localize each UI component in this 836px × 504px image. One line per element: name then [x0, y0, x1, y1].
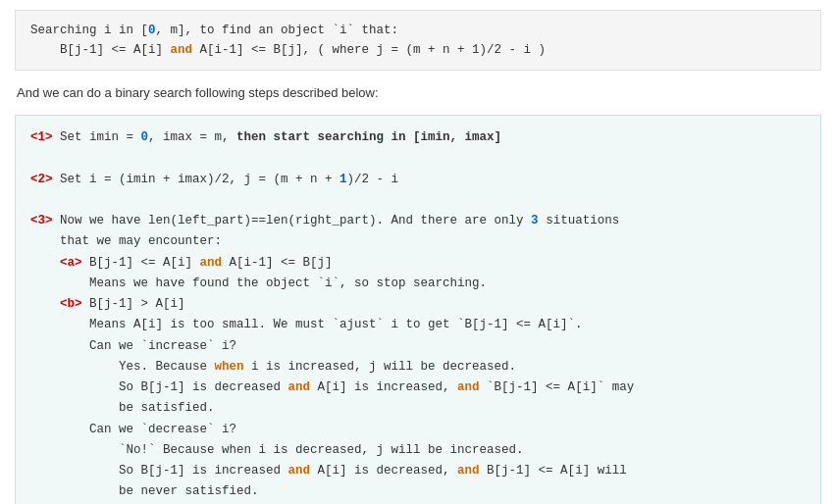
steps-block: <1> Set imin = 0, imax = m, then start s… [15, 115, 821, 504]
step3b-so2: So B[j-1] is increased and A[i] is decre… [30, 464, 627, 478]
step3a-means: Means we have found the object `i`, so s… [30, 277, 487, 290]
header-line2: B[j-1] <= A[i] and A[i-1] <= B[j], ( whe… [30, 43, 546, 57]
header-line1: Searching i in [0, m], to find an object… [30, 24, 398, 37]
step3b-yes: Yes. Because when i is increased, j will… [30, 360, 516, 374]
step3-that-line: that we may encounter: [30, 234, 222, 248]
header-code-block: Searching i in [0, m], to find an object… [15, 10, 821, 71]
step3a-header: <a> B[j-1] <= A[i] and A[i-1] <= B[j] [30, 256, 333, 270]
step3b-be1: be satisfied. [30, 401, 215, 415]
step3b-can-decrease: Can we `decrease` i? [30, 423, 236, 436]
step3-intro-line: <3> Now we have len(left_part)==len(righ… [30, 214, 619, 227]
prose-text: And we can do a binary search following … [15, 85, 821, 100]
step2-line: <2> Set i = (imin + imax)/2, j = (m + n … [30, 173, 398, 186]
step3b-so1: So B[j-1] is decreased and A[i] is incre… [30, 380, 634, 394]
main-container: Searching i in [0, m], to find an object… [15, 10, 821, 504]
step3b-header: <b> B[j-1] > A[i] [30, 297, 185, 311]
step1-line: <1> Set imin = 0, imax = m, then start s… [30, 130, 501, 144]
step3b-can-increase: Can we `increase` i? [30, 339, 236, 353]
step3b-be2: be never satisfied. [30, 484, 259, 498]
step3b-means: Means A[i] is too small. We must `ajust`… [30, 318, 583, 331]
step3b-no: `No!` Because when i is decreased, j wil… [30, 443, 524, 457]
